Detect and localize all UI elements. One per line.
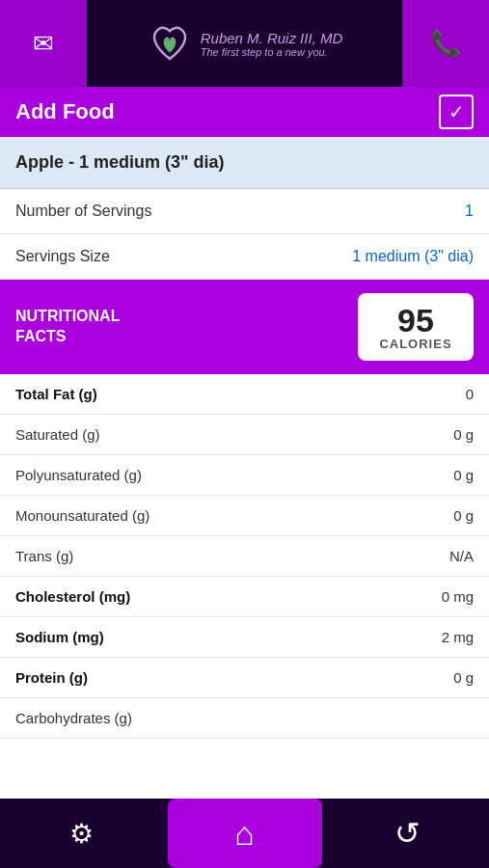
nutrition-row-value: 0 g: [453, 426, 474, 443]
serving-size-label: Servings Size: [15, 248, 352, 265]
add-food-title: Add Food: [15, 99, 439, 124]
logo-heart-icon: [147, 20, 193, 67]
food-name-row: Apple - 1 medium (3" dia): [0, 137, 489, 189]
serving-size-value: 1 medium (3" dia): [352, 248, 474, 265]
nutrition-row-value: 2 mg: [442, 629, 474, 645]
servings-number-label: Number of Servings: [15, 203, 465, 220]
servings-number-value: 1: [465, 203, 474, 220]
calories-box: 95 CALORIES: [358, 293, 474, 361]
add-food-check-button[interactable]: ✓: [439, 95, 474, 129]
nutritional-facts-title: NUTRITIONALFACTS: [15, 307, 120, 347]
nutrition-row-label: Protein (g): [15, 669, 453, 686]
nutrition-row-label: Sodium (mg): [15, 629, 442, 645]
nutritional-facts-header: NUTRITIONALFACTS 95 CALORIES: [0, 280, 489, 374]
nutrition-row: Monounsaturated (g)0 g: [0, 496, 489, 536]
refresh-icon: ↺: [394, 815, 421, 852]
phone-icon: 📞: [430, 29, 461, 59]
header-logo: Ruben M. Ruiz III, MD The first step to …: [87, 20, 402, 67]
serving-size-row: Servings Size 1 medium (3" dia): [0, 234, 489, 280]
nutrition-row-value: 0 g: [453, 507, 474, 524]
nutrition-row: Polyunsaturated (g)0 g: [0, 455, 489, 496]
nutrition-row: Trans (g)N/A: [0, 536, 489, 577]
refresh-nav-item[interactable]: ↺: [326, 799, 490, 868]
nutrition-table: Total Fat (g)0Saturated (g)0 gPolyunsatu…: [0, 374, 489, 739]
email-icon: ✉: [33, 29, 54, 59]
calories-number: 95: [397, 304, 434, 337]
nutrition-row-label: Trans (g): [15, 548, 449, 564]
doctor-tagline: The first step to a new you.: [201, 46, 343, 58]
calories-label: CALORIES: [379, 337, 451, 351]
nutrition-row-label: Monounsaturated (g): [15, 507, 453, 524]
food-name: Apple - 1 medium (3" dia): [15, 152, 225, 172]
settings-icon: ⚙: [69, 818, 94, 850]
nutrition-row-label: Total Fat (g): [15, 386, 466, 402]
settings-nav-item[interactable]: ⚙: [0, 799, 164, 868]
check-icon: ✓: [448, 100, 465, 123]
doctor-name: Ruben M. Ruiz III, MD: [201, 30, 343, 46]
bottom-nav: ⚙ ⌂ ↺: [0, 799, 489, 868]
nutrition-row-value: 0 g: [453, 669, 474, 686]
add-food-bar: Add Food ✓: [0, 87, 489, 137]
nutrition-row: Total Fat (g)0: [0, 374, 489, 415]
nutrition-row-label: Polyunsaturated (g): [15, 467, 453, 483]
nutrition-row: Protein (g)0 g: [0, 658, 489, 698]
nutrition-row-value: 0: [466, 386, 474, 402]
nutrition-row-value: N/A: [449, 548, 474, 564]
nutrition-row-label: Carbohydrates (g): [15, 710, 474, 726]
nutrition-row-label: Cholesterol (mg): [15, 588, 442, 605]
nutrition-row: Cholesterol (mg)0 mg: [0, 577, 489, 617]
email-button[interactable]: ✉: [0, 0, 87, 87]
home-nav-item[interactable]: ⌂: [168, 799, 322, 868]
nutrition-row-value: 0 mg: [442, 588, 474, 605]
header: ✉ Ruben M. Ruiz III, MD The first step t…: [0, 0, 489, 87]
nutrition-row: Sodium (mg)2 mg: [0, 617, 489, 658]
nutrition-row: Saturated (g)0 g: [0, 415, 489, 455]
phone-button[interactable]: 📞: [402, 0, 489, 87]
number-of-servings-row: Number of Servings 1: [0, 189, 489, 234]
nutrition-row-label: Saturated (g): [15, 426, 453, 443]
home-icon: ⌂: [234, 815, 255, 853]
nutrition-row-value: 0 g: [453, 467, 474, 483]
nutrition-row: Carbohydrates (g): [0, 698, 489, 739]
